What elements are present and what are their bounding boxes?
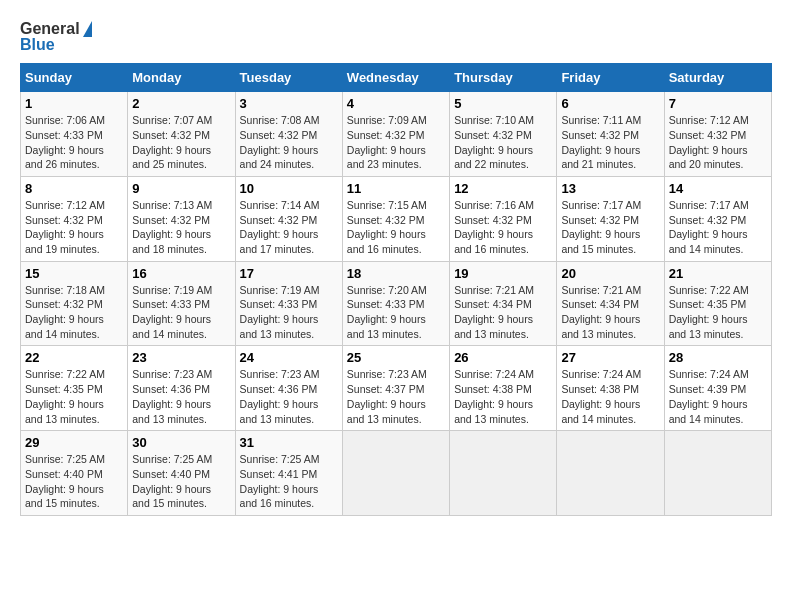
calendar-table: SundayMondayTuesdayWednesdayThursdayFrid… (20, 63, 772, 516)
day-info: Sunrise: 7:10 AMSunset: 4:32 PMDaylight:… (454, 113, 552, 172)
header-friday: Friday (557, 64, 664, 92)
calendar-cell: 12Sunrise: 7:16 AMSunset: 4:32 PMDayligh… (450, 176, 557, 261)
logo-triangle-icon (83, 21, 92, 37)
calendar-cell: 24Sunrise: 7:23 AMSunset: 4:36 PMDayligh… (235, 346, 342, 431)
day-info: Sunrise: 7:21 AMSunset: 4:34 PMDaylight:… (454, 283, 552, 342)
calendar-cell (664, 431, 771, 516)
day-info: Sunrise: 7:22 AMSunset: 4:35 PMDaylight:… (669, 283, 767, 342)
calendar-cell: 7Sunrise: 7:12 AMSunset: 4:32 PMDaylight… (664, 92, 771, 177)
day-info: Sunrise: 7:24 AMSunset: 4:39 PMDaylight:… (669, 367, 767, 426)
day-info: Sunrise: 7:07 AMSunset: 4:32 PMDaylight:… (132, 113, 230, 172)
day-info: Sunrise: 7:13 AMSunset: 4:32 PMDaylight:… (132, 198, 230, 257)
calendar-cell: 1Sunrise: 7:06 AMSunset: 4:33 PMDaylight… (21, 92, 128, 177)
calendar-cell: 23Sunrise: 7:23 AMSunset: 4:36 PMDayligh… (128, 346, 235, 431)
header-monday: Monday (128, 64, 235, 92)
day-info: Sunrise: 7:22 AMSunset: 4:35 PMDaylight:… (25, 367, 123, 426)
calendar-cell: 28Sunrise: 7:24 AMSunset: 4:39 PMDayligh… (664, 346, 771, 431)
calendar-cell: 11Sunrise: 7:15 AMSunset: 4:32 PMDayligh… (342, 176, 449, 261)
day-info: Sunrise: 7:21 AMSunset: 4:34 PMDaylight:… (561, 283, 659, 342)
week-row-4: 29Sunrise: 7:25 AMSunset: 4:40 PMDayligh… (21, 431, 772, 516)
day-number: 24 (240, 350, 338, 365)
calendar-cell (450, 431, 557, 516)
day-info: Sunrise: 7:19 AMSunset: 4:33 PMDaylight:… (240, 283, 338, 342)
calendar-cell: 19Sunrise: 7:21 AMSunset: 4:34 PMDayligh… (450, 261, 557, 346)
day-info: Sunrise: 7:09 AMSunset: 4:32 PMDaylight:… (347, 113, 445, 172)
logo-blue: Blue (20, 36, 92, 54)
header-saturday: Saturday (664, 64, 771, 92)
day-number: 27 (561, 350, 659, 365)
header-tuesday: Tuesday (235, 64, 342, 92)
calendar-cell: 5Sunrise: 7:10 AMSunset: 4:32 PMDaylight… (450, 92, 557, 177)
week-row-2: 15Sunrise: 7:18 AMSunset: 4:32 PMDayligh… (21, 261, 772, 346)
day-number: 30 (132, 435, 230, 450)
day-info: Sunrise: 7:19 AMSunset: 4:33 PMDaylight:… (132, 283, 230, 342)
day-number: 22 (25, 350, 123, 365)
day-info: Sunrise: 7:06 AMSunset: 4:33 PMDaylight:… (25, 113, 123, 172)
calendar-cell: 22Sunrise: 7:22 AMSunset: 4:35 PMDayligh… (21, 346, 128, 431)
week-row-1: 8Sunrise: 7:12 AMSunset: 4:32 PMDaylight… (21, 176, 772, 261)
calendar-cell: 26Sunrise: 7:24 AMSunset: 4:38 PMDayligh… (450, 346, 557, 431)
calendar-cell: 15Sunrise: 7:18 AMSunset: 4:32 PMDayligh… (21, 261, 128, 346)
calendar-cell: 14Sunrise: 7:17 AMSunset: 4:32 PMDayligh… (664, 176, 771, 261)
day-number: 1 (25, 96, 123, 111)
calendar-header-row: SundayMondayTuesdayWednesdayThursdayFrid… (21, 64, 772, 92)
header-thursday: Thursday (450, 64, 557, 92)
day-number: 18 (347, 266, 445, 281)
calendar-cell: 2Sunrise: 7:07 AMSunset: 4:32 PMDaylight… (128, 92, 235, 177)
day-number: 3 (240, 96, 338, 111)
day-number: 5 (454, 96, 552, 111)
day-info: Sunrise: 7:12 AMSunset: 4:32 PMDaylight:… (25, 198, 123, 257)
calendar-cell: 8Sunrise: 7:12 AMSunset: 4:32 PMDaylight… (21, 176, 128, 261)
day-number: 6 (561, 96, 659, 111)
calendar-cell: 25Sunrise: 7:23 AMSunset: 4:37 PMDayligh… (342, 346, 449, 431)
day-info: Sunrise: 7:12 AMSunset: 4:32 PMDaylight:… (669, 113, 767, 172)
day-number: 12 (454, 181, 552, 196)
calendar-cell: 10Sunrise: 7:14 AMSunset: 4:32 PMDayligh… (235, 176, 342, 261)
day-info: Sunrise: 7:17 AMSunset: 4:32 PMDaylight:… (669, 198, 767, 257)
calendar-cell: 29Sunrise: 7:25 AMSunset: 4:40 PMDayligh… (21, 431, 128, 516)
day-number: 28 (669, 350, 767, 365)
day-number: 20 (561, 266, 659, 281)
calendar-cell: 13Sunrise: 7:17 AMSunset: 4:32 PMDayligh… (557, 176, 664, 261)
calendar-cell (557, 431, 664, 516)
day-info: Sunrise: 7:17 AMSunset: 4:32 PMDaylight:… (561, 198, 659, 257)
day-number: 25 (347, 350, 445, 365)
day-number: 29 (25, 435, 123, 450)
day-number: 2 (132, 96, 230, 111)
logo: General Blue (20, 20, 92, 53)
calendar-cell: 6Sunrise: 7:11 AMSunset: 4:32 PMDaylight… (557, 92, 664, 177)
day-number: 4 (347, 96, 445, 111)
day-info: Sunrise: 7:25 AMSunset: 4:40 PMDaylight:… (132, 452, 230, 511)
day-number: 8 (25, 181, 123, 196)
calendar-cell: 17Sunrise: 7:19 AMSunset: 4:33 PMDayligh… (235, 261, 342, 346)
day-info: Sunrise: 7:23 AMSunset: 4:36 PMDaylight:… (132, 367, 230, 426)
day-number: 7 (669, 96, 767, 111)
page-header: General Blue (20, 20, 772, 53)
day-info: Sunrise: 7:08 AMSunset: 4:32 PMDaylight:… (240, 113, 338, 172)
day-number: 13 (561, 181, 659, 196)
day-number: 31 (240, 435, 338, 450)
day-info: Sunrise: 7:25 AMSunset: 4:41 PMDaylight:… (240, 452, 338, 511)
calendar-cell: 9Sunrise: 7:13 AMSunset: 4:32 PMDaylight… (128, 176, 235, 261)
day-info: Sunrise: 7:16 AMSunset: 4:32 PMDaylight:… (454, 198, 552, 257)
week-row-0: 1Sunrise: 7:06 AMSunset: 4:33 PMDaylight… (21, 92, 772, 177)
day-number: 16 (132, 266, 230, 281)
day-info: Sunrise: 7:18 AMSunset: 4:32 PMDaylight:… (25, 283, 123, 342)
logo-container: General Blue (20, 20, 92, 53)
calendar-cell: 20Sunrise: 7:21 AMSunset: 4:34 PMDayligh… (557, 261, 664, 346)
calendar-cell (342, 431, 449, 516)
header-sunday: Sunday (21, 64, 128, 92)
day-info: Sunrise: 7:24 AMSunset: 4:38 PMDaylight:… (561, 367, 659, 426)
day-number: 11 (347, 181, 445, 196)
calendar-cell: 27Sunrise: 7:24 AMSunset: 4:38 PMDayligh… (557, 346, 664, 431)
day-number: 9 (132, 181, 230, 196)
day-number: 15 (25, 266, 123, 281)
calendar-cell: 3Sunrise: 7:08 AMSunset: 4:32 PMDaylight… (235, 92, 342, 177)
day-info: Sunrise: 7:25 AMSunset: 4:40 PMDaylight:… (25, 452, 123, 511)
calendar-cell: 4Sunrise: 7:09 AMSunset: 4:32 PMDaylight… (342, 92, 449, 177)
calendar-cell: 16Sunrise: 7:19 AMSunset: 4:33 PMDayligh… (128, 261, 235, 346)
day-number: 19 (454, 266, 552, 281)
day-info: Sunrise: 7:15 AMSunset: 4:32 PMDaylight:… (347, 198, 445, 257)
day-info: Sunrise: 7:20 AMSunset: 4:33 PMDaylight:… (347, 283, 445, 342)
calendar-cell: 31Sunrise: 7:25 AMSunset: 4:41 PMDayligh… (235, 431, 342, 516)
